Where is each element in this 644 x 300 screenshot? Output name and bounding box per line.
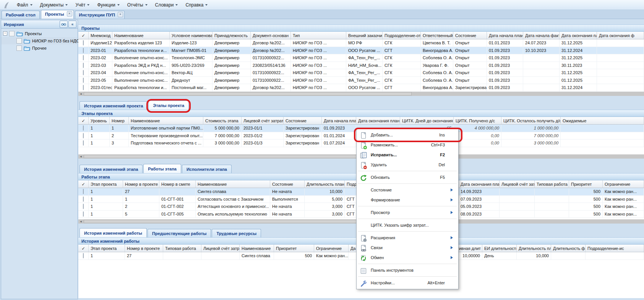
tree-checkbox[interactable] bbox=[16, 38, 22, 44]
column-header[interactable]: Дата окончания ф bbox=[597, 32, 644, 39]
column-header[interactable]: Номер в проекте bbox=[123, 180, 159, 188]
column-header[interactable]: Ограничение bbox=[603, 180, 644, 188]
column-header[interactable]: Дата окончания план bbox=[356, 117, 400, 124]
context-menu-item-10[interactable]: Просмотр bbox=[357, 208, 458, 217]
row-checkbox[interactable] bbox=[83, 48, 84, 53]
column-header[interactable]: Приоритет bbox=[274, 245, 314, 252]
context-menu-item-16[interactable]: Обмен bbox=[357, 253, 458, 263]
column-header[interactable]: ЦИТК. Осталось получить д/с bbox=[501, 117, 561, 124]
menubar-item-1[interactable]: Документы bbox=[36, 1, 72, 9]
context-menu-item-20[interactable]: Настройки...Alt+Enter bbox=[357, 278, 458, 288]
column-header[interactable]: Ожидаемые bbox=[561, 117, 644, 124]
column-header[interactable]: ЕИ длительности bbox=[482, 245, 517, 252]
column-header[interactable]: Лицевой счёт затр bbox=[500, 180, 535, 188]
collapse-sidebar-icon[interactable]: « bbox=[68, 21, 76, 28]
context-menu-item-14[interactable]: Расширения bbox=[357, 233, 458, 243]
column-header[interactable]: Наименование bbox=[240, 245, 274, 252]
column-header[interactable]: Этап проекта bbox=[89, 245, 125, 252]
column-header[interactable]: Наименование bbox=[196, 180, 270, 188]
column-header[interactable]: Номер в смете bbox=[159, 180, 196, 188]
context-menu-item-12[interactable]: ЦИТК. Указать шифр затрат... bbox=[357, 220, 458, 230]
table-row[interactable]: 2023-02Выполнение опытно-конс...Технолог… bbox=[78, 54, 644, 62]
column-header[interactable]: Лицевой счёт затрат. bbox=[242, 117, 284, 124]
tree-item-1[interactable]: НИОКР по ГОЗ без НДС bbox=[1, 37, 78, 44]
scroll-thumb[interactable] bbox=[84, 92, 412, 96]
column-header[interactable]: Состояние bbox=[453, 32, 487, 39]
column-header[interactable]: Документ-основан bbox=[251, 32, 291, 39]
tab-stages_tabs-1[interactable]: Этапы проекта bbox=[148, 101, 189, 110]
column-header[interactable]: Подразделение-ис bbox=[586, 245, 644, 252]
tree-expander-icon[interactable]: − bbox=[3, 31, 7, 36]
tab-works_tabs-1[interactable]: Работы этапа bbox=[143, 164, 181, 173]
row-checkbox[interactable] bbox=[83, 133, 84, 138]
tree-item-2[interactable]: Прочее bbox=[1, 44, 78, 52]
tab-close-icon[interactable]: ✕ bbox=[118, 12, 123, 17]
column-header[interactable]: Приоритет bbox=[569, 180, 603, 188]
column-header[interactable]: Наименование bbox=[112, 32, 170, 39]
column-header[interactable]: Типовая работа bbox=[535, 180, 569, 188]
menubar-item-0[interactable]: Файл bbox=[13, 1, 36, 9]
column-header[interactable]: Дата начала факт. bbox=[523, 32, 560, 39]
tab-stages_tabs-0[interactable]: История изменений проекта bbox=[79, 101, 148, 110]
scroll-left-icon[interactable]: ◄ bbox=[78, 92, 83, 96]
context-menu-item-7[interactable]: Состояние bbox=[357, 185, 458, 195]
menubar-item-4[interactable]: Отчёты bbox=[123, 1, 151, 9]
row-checkbox[interactable] bbox=[83, 40, 84, 45]
column-header[interactable]: Длительность план bbox=[305, 180, 345, 188]
row-checkbox[interactable] bbox=[83, 63, 84, 68]
menubar-item-5[interactable]: Словари bbox=[151, 1, 182, 9]
menubar-item-2[interactable]: Учёт bbox=[71, 1, 93, 9]
tab-history_tabs-1[interactable]: Предшествующие работы bbox=[148, 229, 211, 237]
tree-item-0[interactable]: −Проекты bbox=[1, 30, 78, 37]
column-header[interactable]: Мнемокод bbox=[89, 32, 112, 39]
context-menu-item-5[interactable]: ОбновитьF5 bbox=[357, 172, 458, 182]
column-header[interactable]: Состояние bbox=[270, 180, 305, 188]
table-row[interactable]: Изделие123Разработка изделия 123Изделие-… bbox=[78, 39, 644, 47]
window-tab-2[interactable]: Инструкции ПУП✕ bbox=[75, 11, 125, 19]
row-checkbox[interactable] bbox=[83, 204, 84, 209]
select-all-header[interactable]: ✓ bbox=[78, 180, 89, 188]
row-checkbox[interactable] bbox=[83, 211, 84, 217]
scroll-left-icon[interactable]: ◄ bbox=[78, 154, 83, 159]
table-row[interactable]: 2023-01тестРазработка технологии и...Пос… bbox=[78, 84, 644, 92]
table-row[interactable]: 2023-03Разработка ЭКД и РКД н...905-U020… bbox=[78, 62, 644, 70]
context-menu-item-3[interactable]: УдалитьDel bbox=[357, 160, 458, 170]
column-header[interactable]: Тип bbox=[291, 32, 346, 39]
row-checkbox[interactable] bbox=[83, 70, 84, 75]
tab-works_tabs-2[interactable]: Исполнители этапа bbox=[182, 165, 232, 173]
column-header[interactable]: Ограничение bbox=[314, 245, 349, 252]
column-header[interactable]: Дата начала план bbox=[322, 117, 356, 124]
row-checkbox[interactable] bbox=[83, 85, 84, 90]
window-tab-0[interactable]: Рабочий стол bbox=[2, 11, 40, 19]
column-header[interactable]: Номер bbox=[110, 117, 129, 124]
h-scrollbar[interactable]: ◄ bbox=[78, 92, 644, 96]
tab-history_tabs-2[interactable]: Трудовые ресурсы bbox=[212, 229, 261, 237]
select-all-header[interactable]: ✓ bbox=[78, 117, 89, 124]
row-checkbox[interactable] bbox=[83, 125, 84, 131]
column-header[interactable]: Номер в проекте bbox=[125, 245, 163, 252]
column-header[interactable]: Наименование bbox=[129, 117, 203, 124]
column-header[interactable]: Длительность фак bbox=[551, 245, 586, 252]
column-header[interactable]: ЦИТК. Дней до окончания bbox=[400, 117, 454, 124]
tree-checkbox[interactable] bbox=[16, 45, 22, 51]
window-tab-1[interactable]: Проекты✕ bbox=[41, 10, 74, 19]
row-checkbox[interactable] bbox=[83, 140, 84, 146]
context-menu-item-2[interactable]: Исправить...F2 bbox=[357, 150, 458, 160]
context-menu-item-8[interactable]: Формирование bbox=[357, 195, 458, 205]
row-checkbox[interactable] bbox=[83, 189, 84, 194]
tree-checkbox[interactable] bbox=[9, 31, 15, 36]
column-header[interactable]: Условное наименова bbox=[170, 32, 213, 39]
column-header[interactable]: Длительность пла bbox=[517, 245, 551, 252]
column-header[interactable]: Принадлежность bbox=[213, 32, 251, 39]
context-menu-item-0[interactable]: Добавить...Ins bbox=[357, 130, 458, 140]
column-header[interactable]: Дата окончания пл bbox=[560, 32, 597, 39]
select-all-header[interactable]: ✓ bbox=[78, 245, 89, 252]
column-header[interactable]: Состояние bbox=[284, 117, 322, 124]
menubar-item-6[interactable]: Справка bbox=[182, 1, 211, 9]
context-menu-item-1[interactable]: Размножить...Ctrl+F3 bbox=[357, 140, 458, 150]
column-header[interactable]: Внешний заказчик bbox=[346, 32, 383, 39]
column-header[interactable]: Ответственный bbox=[421, 32, 453, 39]
row-checkbox[interactable] bbox=[83, 253, 84, 258]
row-checkbox[interactable] bbox=[83, 55, 84, 60]
column-header[interactable]: Стоимость этапа bbox=[203, 117, 242, 124]
